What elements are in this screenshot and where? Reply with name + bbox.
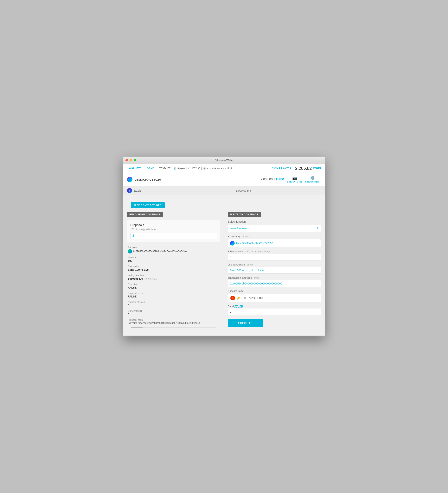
recipient-address: 0x870339a66a53c35988c43b1d7eaa103ba7e643… xyxy=(133,250,187,253)
democracy-icon: 🌐 xyxy=(127,177,132,182)
voting-deadline-item: Voting deadline 1450355426 (a day ago) xyxy=(128,274,220,280)
app-window: Ethereum Wallet WALLETS SEND | TEST-NET … xyxy=(123,157,325,336)
amount-item: Amount 100 xyxy=(128,256,220,262)
show-qrcode-action[interactable]: 📷 Show QR-Code xyxy=(287,176,302,183)
execute-from-value: Bob - 702.09 ETHER xyxy=(242,296,265,299)
nav-contracts[interactable]: CONTRACTS xyxy=(272,167,291,170)
executed-label: Executed xyxy=(128,283,220,286)
send-label-text: Send xyxy=(228,305,234,308)
egold-row: Ξ ΞGold 1,000.00 mg xyxy=(123,186,325,195)
send-unit: ETHER xyxy=(234,305,243,308)
bottom-bar xyxy=(123,335,325,336)
nav-balance-unit: ETHER xyxy=(313,167,322,170)
execute-from-box[interactable]: 🔑 Bob - 702.09 ETHER xyxy=(228,294,321,302)
ether-amount-label-text: Ether amount xyxy=(228,250,243,253)
tx-bytecode-label-text: Transaction bytecode xyxy=(228,276,252,279)
beneficiary-label: Beneficiary - address xyxy=(228,235,321,238)
nav-send[interactable]: SEND xyxy=(144,167,157,170)
proposal-passed-item: Proposal passed FALSE xyxy=(128,292,220,298)
right-column: WRITE TO CONTRACT Select function New Pr… xyxy=(226,212,321,329)
maximize-button[interactable] xyxy=(134,159,136,161)
democracy-row: 🌐 DEMOCRACY F156 2,000.00 ETHER 📷 Show Q… xyxy=(123,173,325,186)
num-votes-item: Number of votes 0 xyxy=(128,301,220,307)
proposal-passed-label: Proposal passed xyxy=(128,292,220,295)
amount-value: 100 xyxy=(128,259,220,262)
num-votes-label: Number of votes xyxy=(128,301,220,303)
recipient-icon xyxy=(128,249,132,254)
beneficiary-input[interactable]: 0xdc625f39496c2be42e7227052c xyxy=(228,239,321,247)
executed-value: FALSE xyxy=(128,286,220,289)
egold-left: Ξ ΞGold xyxy=(127,188,166,193)
right-actions: 📷 Show QR-Code ⚙️ Show Interface xyxy=(287,176,321,183)
interface-icon: ⚙️ xyxy=(310,176,315,180)
voting-deadline-row: 1450355426 (a day ago) xyxy=(128,277,220,280)
num-votes-value: 0 xyxy=(128,304,220,307)
last-block: a minute since last block xyxy=(207,167,232,170)
egold-name: ΞGold xyxy=(134,189,142,192)
ether-amount-label: Ether amount - 256 bits unsigned integer xyxy=(228,250,321,253)
proposal-passed-value: FALSE xyxy=(128,295,220,298)
send-ether-input[interactable] xyxy=(228,309,321,315)
traffic-lights xyxy=(126,159,136,161)
proposal-hash-label: Proposal hash xyxy=(128,319,220,321)
beneficiary-label-muted: - address xyxy=(241,235,251,238)
close-button[interactable] xyxy=(126,159,128,161)
job-desc-muted: - string xyxy=(245,263,253,266)
execute-button[interactable]: EXECUTE xyxy=(228,319,263,327)
interface-label: Show Interface xyxy=(305,181,319,183)
show-interface-action[interactable]: ⚙️ Show Interface xyxy=(305,176,319,183)
description-label: Description xyxy=(128,265,220,268)
scrollbar-thumb xyxy=(131,327,143,328)
job-desc-label-text: Job description xyxy=(228,263,245,266)
nav-wallets[interactable]: WALLETS xyxy=(126,167,144,170)
amount-label: Amount xyxy=(128,256,220,259)
democracy-balance: 2,000.00 xyxy=(261,178,273,181)
function-select-dropdown[interactable]: New Proposal ⇕ xyxy=(228,225,321,232)
write-section-header: WRITE TO CONTRACT xyxy=(228,212,261,217)
block-icon: ⏱ xyxy=(188,167,190,170)
ether-amount-muted: - 256 bits unsigned integer xyxy=(244,250,271,253)
democracy-name: DEMOCRACY F156 xyxy=(134,178,161,181)
hide-btn-container: HIDE CONTRACT INFO xyxy=(123,195,325,212)
current-result-label: Current result xyxy=(128,310,220,312)
nav-separator-1: | xyxy=(158,167,159,170)
minimize-button[interactable] xyxy=(129,159,132,161)
nav-separator-4: | xyxy=(201,167,202,170)
democracy-balance-section: 2,000.00 ETHER xyxy=(261,178,284,181)
nav-balance: 2,286.82 xyxy=(295,166,312,171)
democracy-left: 🌐 DEMOCRACY F156 xyxy=(127,177,161,182)
description-item: Description Send 100 to Eve xyxy=(128,265,220,271)
beneficiary-address-text: 0xdc625f39496c2be42e7227052c xyxy=(236,242,274,245)
voting-deadline-value: 1450355426 xyxy=(128,277,143,280)
ether-amount-input[interactable] xyxy=(228,254,321,260)
description-value: Send 100 to Eve xyxy=(128,268,220,271)
execute-from-label: Execute from xyxy=(228,290,321,292)
job-desc-label: Job description - string xyxy=(228,263,321,266)
beneficiary-avatar-icon xyxy=(230,241,235,246)
detail-section: Recipient 0x870339a66a53c35988c43b1d7eaa… xyxy=(127,246,220,325)
block-number: 167,296 xyxy=(192,167,200,170)
voting-deadline-ago: (a day ago) xyxy=(145,277,157,280)
clock-icon: 🕐 xyxy=(203,167,206,170)
selected-function-label: New Proposal xyxy=(230,227,247,230)
chevron-icon: ⇕ xyxy=(316,226,319,230)
key-icon: 🔑 xyxy=(237,296,240,300)
nav-separator-3: | xyxy=(186,167,187,170)
voting-deadline-label: Voting deadline xyxy=(128,274,220,277)
send-label: Send ETHER xyxy=(228,305,321,308)
scrollbar[interactable] xyxy=(131,327,216,328)
hide-contract-info-button[interactable]: HIDE CONTRACT INFO xyxy=(131,202,165,208)
recipient-item: Recipient 0x870339a66a53c35988c43b1d7eaa… xyxy=(128,246,220,254)
recipient-label: Recipient xyxy=(128,246,220,249)
executed-item: Executed FALSE xyxy=(128,283,220,289)
qrcode-icon: 📷 xyxy=(292,176,297,180)
job-description-input[interactable] xyxy=(228,267,321,274)
tx-bytecode-input[interactable] xyxy=(228,280,321,287)
proposals-value: 2 xyxy=(130,233,217,239)
current-result-item: Current result 0 xyxy=(128,310,220,316)
navbar: WALLETS SEND | TEST-NET | 📡 6 peers | ⏱ … xyxy=(123,164,325,173)
read-section-header: READ FROM CONTRACT xyxy=(127,212,163,217)
window-title: Ethereum Wallet xyxy=(215,159,233,162)
qrcode-label: Show QR-Code xyxy=(287,181,302,183)
titlebar: Ethereum Wallet xyxy=(123,157,325,164)
